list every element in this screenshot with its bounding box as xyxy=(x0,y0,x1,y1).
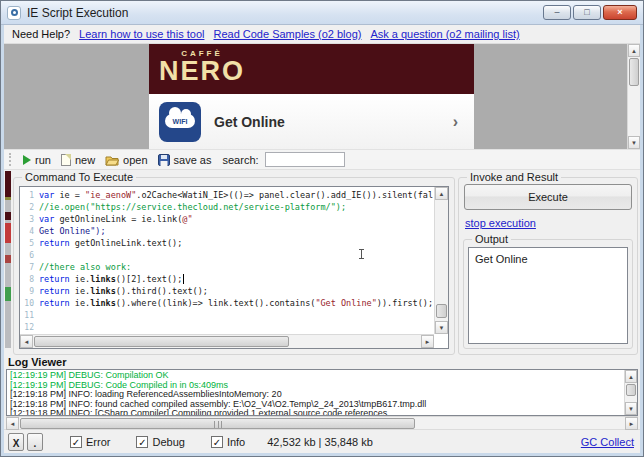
code-line[interactable]: 2//ie.open("https://service.thecloud.net… xyxy=(20,201,434,213)
title-bar[interactable]: IE Script Execution – □ × xyxy=(1,1,643,25)
brand-nero-text: NERO xyxy=(159,57,245,84)
scrollbar-thumb[interactable] xyxy=(436,304,447,318)
checkbox-check-icon[interactable]: ✓ xyxy=(136,436,148,448)
scroll-right-icon[interactable]: ► xyxy=(421,335,434,348)
strip-segment xyxy=(5,263,11,287)
scroll-down-icon[interactable]: ▼ xyxy=(435,321,448,334)
link-ask-question[interactable]: Ask a question (o2 mailing list) xyxy=(370,28,519,40)
minimize-button[interactable]: – xyxy=(543,5,571,20)
code-line[interactable]: 9return ie.links().third().text(); xyxy=(20,285,434,297)
scroll-right-icon[interactable]: ► xyxy=(625,417,638,430)
browser-vertical-scrollbar[interactable]: ▲ ▼ xyxy=(627,44,640,149)
scrollbar-thumb[interactable] xyxy=(20,418,415,429)
get-online-link[interactable]: Get Online xyxy=(214,114,453,130)
code-line[interactable]: 4Get Online"); xyxy=(20,225,434,237)
scrollbar-thumb[interactable] xyxy=(34,336,289,347)
new-button[interactable]: new xyxy=(58,153,98,167)
link-learn-tool[interactable]: Learn how to use this tool xyxy=(79,28,204,40)
code-line[interactable]: 6 xyxy=(20,249,434,261)
code-line[interactable]: 12 xyxy=(20,321,434,333)
log-line: [12:19:18 PM] INFO: [CSharp Compiler] Co… xyxy=(10,409,637,416)
left-strip xyxy=(5,171,11,355)
strip-segment xyxy=(5,212,11,220)
memory-usage: 42,532 kb | 35,848 kb xyxy=(267,436,373,448)
new-file-icon xyxy=(61,154,71,166)
scrollbar-thumb[interactable] xyxy=(626,384,636,396)
code-line[interactable]: 11 xyxy=(20,309,434,321)
execute-button[interactable]: Execute xyxy=(464,184,632,210)
scroll-left-icon[interactable]: ◄ xyxy=(6,417,19,430)
error-checkbox[interactable]: ✓ Error xyxy=(70,436,110,448)
invoke-group: Invoke and Result Execute stop execution… xyxy=(458,177,638,355)
status-bar: X . ✓ Error ✓ Debug ✓ Info 42,532 kb | 3… xyxy=(4,429,640,453)
code-line[interactable]: 5return getOnlineLink.text(); xyxy=(20,237,434,249)
log-horizontal-scrollbar[interactable]: ◄ ► xyxy=(6,416,638,429)
toolbar: run new open save as search: xyxy=(4,149,640,170)
search-input[interactable] xyxy=(265,152,345,167)
caffe-nero-header: CAFFÈ NERO xyxy=(149,44,474,94)
strip-segment xyxy=(5,243,11,255)
maximize-button[interactable]: □ xyxy=(573,5,601,20)
ibeam-cursor-icon xyxy=(358,249,365,259)
scroll-up-icon[interactable]: ▲ xyxy=(628,44,640,57)
app-window: IE Script Execution – □ × Need Help? Lea… xyxy=(0,0,644,457)
command-group: Command To Execute 1var ie = "ie_aenoW".… xyxy=(13,177,455,355)
log-viewer-title: Log Viewer xyxy=(4,355,640,368)
code-line[interactable]: 3var getOnlineLink = ie.link(@" xyxy=(20,213,434,225)
code-line[interactable]: 7//there also work: xyxy=(20,261,434,273)
editor-vertical-scrollbar[interactable]: ▲ ▼ xyxy=(434,187,448,334)
strip-segment xyxy=(5,255,11,263)
info-checkbox[interactable]: ✓ Info xyxy=(211,436,245,448)
scrollbar-thumb[interactable] xyxy=(629,58,639,86)
scrollbar-grip xyxy=(214,421,222,428)
link-code-samples[interactable]: Read Code Samples (o2 blog) xyxy=(213,28,361,40)
checkbox-check-icon[interactable]: ✓ xyxy=(211,436,223,448)
scroll-up-icon[interactable]: ▲ xyxy=(625,370,637,383)
get-online-row[interactable]: WIFI Get Online › xyxy=(149,94,474,149)
clear-log-button[interactable]: X xyxy=(8,433,24,451)
close-button[interactable]: × xyxy=(603,5,637,20)
save-as-button[interactable]: save as xyxy=(155,153,215,167)
scroll-down-icon[interactable]: ▼ xyxy=(628,136,640,149)
code-line[interactable]: 1var ie = "ie_aenoW".o2Cache<WatiN_IE>((… xyxy=(20,189,434,201)
scroll-down-icon[interactable]: ▼ xyxy=(625,402,637,415)
help-link-bar: Need Help? Learn how to use this tool Re… xyxy=(4,25,640,44)
code-lines[interactable]: 1var ie = "ie_aenoW".o2Cache<WatiN_IE>((… xyxy=(20,187,434,334)
search-label: search: xyxy=(223,154,259,166)
strip-segment xyxy=(5,223,11,243)
invoke-group-title: Invoke and Result xyxy=(467,171,561,183)
output-textbox[interactable]: Get Online xyxy=(468,247,628,344)
app-icon xyxy=(7,6,21,20)
scroll-left-icon[interactable]: ◄ xyxy=(20,335,33,348)
browser-panel: CAFFÈ NERO WIFI Get Online › ▲ ▼ xyxy=(4,44,640,149)
stop-execution-link[interactable]: stop execution xyxy=(465,217,637,229)
editor-horizontal-scrollbar[interactable]: ◄ ► xyxy=(20,334,434,348)
window-title: IE Script Execution xyxy=(27,6,541,20)
log-lines: [12:19:19 PM] DEBUG: Compilation OK[12:1… xyxy=(10,371,637,416)
strip-segment xyxy=(5,200,11,212)
dot-button[interactable]: . xyxy=(27,433,43,451)
log-viewer: Log Viewer [12:19:19 PM] DEBUG: Compilat… xyxy=(4,355,640,429)
need-help-label: Need Help? xyxy=(12,28,70,40)
web-page: CAFFÈ NERO WIFI Get Online › xyxy=(149,44,474,149)
chevron-right-icon[interactable]: › xyxy=(453,113,458,131)
log-box[interactable]: [12:19:19 PM] DEBUG: Compilation OK[12:1… xyxy=(6,369,638,416)
debug-checkbox[interactable]: ✓ Debug xyxy=(136,436,184,448)
gc-collect-link[interactable]: GC Collect xyxy=(581,436,634,448)
code-line[interactable]: 10return ie.links().where((link)=> link.… xyxy=(20,297,434,309)
open-button[interactable]: open xyxy=(102,153,150,167)
output-text: Get Online xyxy=(475,253,528,265)
strip-segment xyxy=(5,171,11,197)
toolbar-grip[interactable] xyxy=(9,153,13,166)
main-row: Command To Execute 1var ie = "ie_aenoW".… xyxy=(4,170,640,355)
checkbox-check-icon[interactable]: ✓ xyxy=(70,436,82,448)
command-group-title: Command To Execute xyxy=(22,171,136,183)
scroll-up-icon[interactable]: ▲ xyxy=(435,187,448,200)
run-button[interactable]: run xyxy=(20,153,54,167)
code-editor[interactable]: 1var ie = "ie_aenoW".o2Cache<WatiN_IE>((… xyxy=(19,186,449,349)
run-icon xyxy=(23,155,31,165)
log-vertical-scrollbar[interactable]: ▲ ▼ xyxy=(624,370,637,415)
wifi-icon: WIFI xyxy=(159,102,201,142)
strip-segment xyxy=(5,287,11,301)
code-line[interactable]: 8return ie.links()[2].text(); xyxy=(20,273,434,285)
